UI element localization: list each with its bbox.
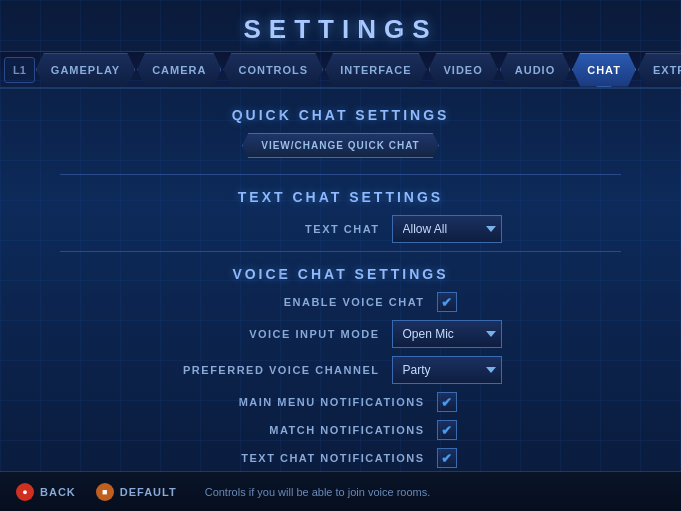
- left-shoulder-button[interactable]: L1: [4, 57, 35, 83]
- tab-camera[interactable]: CAMERA: [137, 53, 221, 87]
- back-button-icon: ●: [16, 483, 34, 501]
- back-button-label: BACK: [40, 486, 76, 498]
- main-menu-notifications-checkbox[interactable]: [437, 392, 457, 412]
- default-button-label: DEFAULT: [120, 486, 177, 498]
- text-chat-select-wrapper: Allow All Friends Only Off: [392, 215, 502, 243]
- main-menu-notifications-row: MAIN MENU NOTIFICATIONS: [60, 392, 621, 412]
- settings-content: QUICK CHAT SETTINGS VIEW/CHANGE QUICK CH…: [0, 89, 681, 468]
- text-chat-section-title: TEXT CHAT SETTINGS: [60, 189, 621, 205]
- default-button[interactable]: ■ DEFAULT: [96, 483, 177, 501]
- tab-bar: L1 GAMEPLAY CAMERA CONTROLS INTERFACE VI…: [0, 51, 681, 89]
- text-chat-row: TEXT CHAT Allow All Friends Only Off: [60, 215, 621, 243]
- tab-video[interactable]: VIDEO: [429, 53, 498, 87]
- bottom-hint-text: Controls if you will be able to join voi…: [205, 486, 431, 498]
- text-chat-label: TEXT CHAT: [180, 223, 380, 235]
- back-button[interactable]: ● BACK: [16, 483, 76, 501]
- tab-chat[interactable]: CHAT: [572, 53, 636, 87]
- view-change-quick-chat-button[interactable]: VIEW/CHANGE QUICK CHAT: [242, 133, 438, 158]
- text-chat-notifications-label: TEXT CHAT NOTIFICATIONS: [225, 452, 425, 464]
- divider-1: [60, 174, 621, 175]
- text-chat-select[interactable]: Allow All Friends Only Off: [392, 215, 502, 243]
- enable-voice-chat-label: ENABLE VOICE CHAT: [225, 296, 425, 308]
- preferred-voice-channel-label: PREFERRED VOICE CHANNEL: [180, 364, 380, 376]
- page-title: SETTINGS: [0, 0, 681, 51]
- quick-chat-section-title: QUICK CHAT SETTINGS: [60, 107, 621, 123]
- match-notifications-checkbox[interactable]: [437, 420, 457, 440]
- text-chat-notifications-checkbox[interactable]: [437, 448, 457, 468]
- voice-chat-section-title: VOICE CHAT SETTINGS: [60, 266, 621, 282]
- match-notifications-row: MATCH NOTIFICATIONS: [60, 420, 621, 440]
- main-menu-notifications-label: MAIN MENU NOTIFICATIONS: [225, 396, 425, 408]
- tab-controls[interactable]: CONTROLS: [223, 53, 323, 87]
- tab-extras[interactable]: EXTRAS: [638, 53, 681, 87]
- preferred-voice-channel-select-wrapper: Party Match Off: [392, 356, 502, 384]
- default-button-icon: ■: [96, 483, 114, 501]
- text-chat-notifications-row: TEXT CHAT NOTIFICATIONS: [60, 448, 621, 468]
- voice-input-mode-select-wrapper: Open Mic Push to Talk Off: [392, 320, 502, 348]
- preferred-voice-channel-select[interactable]: Party Match Off: [392, 356, 502, 384]
- enable-voice-chat-row: ENABLE VOICE CHAT: [60, 292, 621, 312]
- enable-voice-chat-checkbox[interactable]: [437, 292, 457, 312]
- preferred-voice-channel-row: PREFERRED VOICE CHANNEL Party Match Off: [60, 356, 621, 384]
- voice-input-mode-select[interactable]: Open Mic Push to Talk Off: [392, 320, 502, 348]
- divider-2: [60, 251, 621, 252]
- tab-gameplay[interactable]: GAMEPLAY: [36, 53, 135, 87]
- tab-interface[interactable]: INTERFACE: [325, 53, 426, 87]
- bottom-bar: ● BACK ■ DEFAULT Controls if you will be…: [0, 471, 681, 511]
- voice-input-mode-row: VOICE INPUT MODE Open Mic Push to Talk O…: [60, 320, 621, 348]
- tab-audio[interactable]: AUDIO: [500, 53, 570, 87]
- voice-input-mode-label: VOICE INPUT MODE: [180, 328, 380, 340]
- match-notifications-label: MATCH NOTIFICATIONS: [225, 424, 425, 436]
